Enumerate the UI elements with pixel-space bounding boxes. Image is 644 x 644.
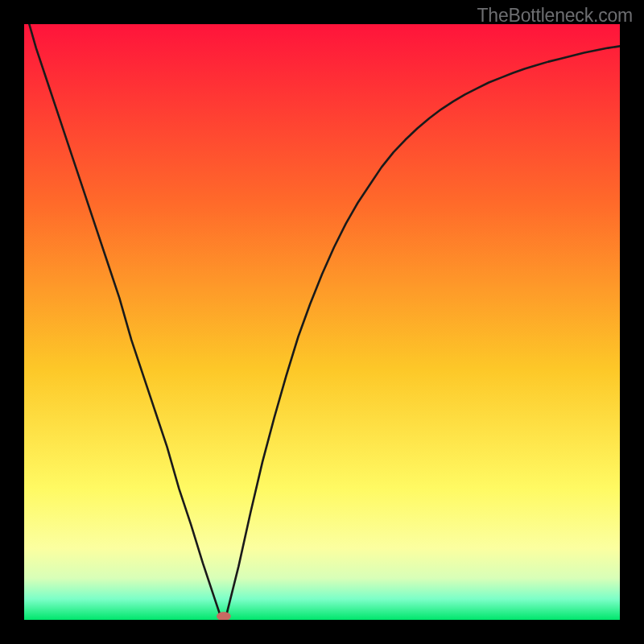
plot-area	[24, 24, 620, 620]
bottleneck-curve	[24, 24, 620, 620]
watermark-text: TheBottleneck.com	[477, 5, 633, 27]
chart-frame: TheBottleneck.com	[0, 0, 644, 644]
